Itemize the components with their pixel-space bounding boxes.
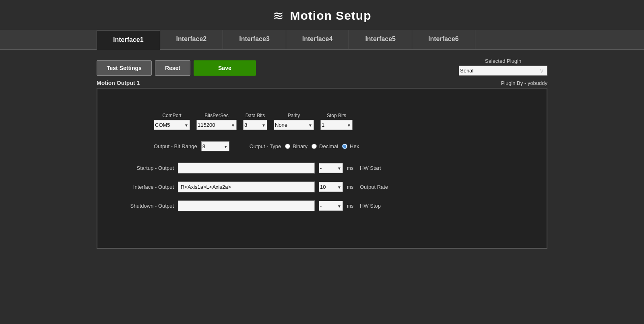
tabs-bar: Interface1 Interface2 Interface3 Interfa…: [0, 30, 644, 50]
bitspersec-label: BitsPerSec: [196, 113, 237, 118]
plugin-select[interactable]: Serial UDP TCP: [459, 66, 547, 76]
motion-icon: ≋: [273, 8, 284, 23]
section-title: Motion Output 1: [97, 80, 140, 86]
shutdown-output-row: Shutdown - Output - 0 1 5 10 50 100 ms H…: [122, 200, 522, 211]
selected-plugin-label: Selected Plugin: [459, 58, 547, 64]
comport-group: ComPort COM5 COM1 COM2 COM3 COM4 COM6: [154, 113, 190, 130]
shutdown-ms-label: ms: [347, 203, 353, 209]
panel-box: ComPort COM5 COM1 COM2 COM3 COM4 COM6 Bi…: [97, 88, 547, 249]
startup-ms-select[interactable]: - 0 1 5 10 50 100: [319, 163, 343, 173]
plugin-by: Plugin By - yobuddy: [501, 80, 547, 86]
interface-output-label: Interface - Output: [122, 184, 174, 190]
radio-decimal-label: Decimal: [319, 143, 338, 149]
stopbits-select[interactable]: 1 1.5 2: [320, 120, 353, 130]
radio-hex: Hex: [342, 143, 359, 149]
app-title: Motion Setup: [290, 9, 372, 23]
tab-interface1[interactable]: Interface1: [97, 30, 160, 50]
databits-select[interactable]: 8 5 6 7: [243, 120, 267, 130]
interface-ms-select[interactable]: - 1 5 10 20 50 100: [319, 182, 343, 192]
shutdown-output-input[interactable]: [178, 200, 315, 211]
stopbits-group: Stop Bits 1 1.5 2: [320, 113, 353, 130]
comport-select-wrapper: COM5 COM1 COM2 COM3 COM4 COM6: [154, 120, 190, 130]
radio-binary-input[interactable]: [285, 144, 290, 149]
radio-decimal: Decimal: [312, 143, 338, 149]
tab-interface5[interactable]: Interface5: [349, 30, 412, 49]
startup-output-input[interactable]: [178, 163, 315, 173]
tab-interface2[interactable]: Interface2: [160, 30, 223, 49]
plugin-select-wrapper: Serial UDP TCP: [459, 66, 547, 76]
startup-output-label: Startup - Output: [122, 165, 174, 171]
save-button[interactable]: Save: [194, 60, 256, 76]
parity-select[interactable]: None Even Odd Mark Space: [274, 120, 314, 130]
radio-hex-label: Hex: [350, 143, 359, 149]
databits-select-wrapper: 8 5 6 7: [243, 120, 267, 130]
output-type-label: Output - Type: [250, 143, 281, 149]
test-settings-button[interactable]: Test Settings: [97, 60, 152, 76]
stopbits-select-wrapper: 1 1.5 2: [320, 120, 353, 130]
bitspersec-select[interactable]: 115200 9600 19200 38400 57600: [196, 120, 237, 130]
parity-label: Parity: [274, 113, 314, 118]
radio-binary-label: Binary: [293, 143, 308, 149]
comport-select[interactable]: COM5 COM1 COM2 COM3 COM4 COM6: [154, 120, 190, 130]
tab-interface4[interactable]: Interface4: [286, 30, 349, 49]
controls-row: Test Settings Reset Save Selected Plugin…: [97, 58, 547, 76]
bitrange-row: Output - Bit Range 8 16 32 Output - Type…: [154, 141, 522, 151]
databits-group: Data Bits 8 5 6 7: [243, 113, 267, 130]
shutdown-ms-select-wrapper: - 0 1 5 10 50 100: [319, 201, 343, 211]
databits-label: Data Bits: [243, 113, 267, 118]
bitrange-select-wrapper: 8 16 32: [201, 141, 229, 151]
startup-ms-label: ms: [347, 165, 353, 171]
reset-button[interactable]: Reset: [155, 60, 190, 76]
bitspersec-group: BitsPerSec 115200 9600 19200 38400 57600: [196, 113, 237, 130]
comport-label: ComPort: [154, 113, 190, 118]
radio-decimal-input[interactable]: [312, 144, 317, 149]
startup-output-row: Startup - Output - 0 1 5 10 50 100 ms HW…: [122, 163, 522, 173]
controls-right: Selected Plugin Serial UDP TCP: [459, 58, 547, 76]
bitrange-label: Output - Bit Range: [154, 143, 197, 149]
header: ≋ Motion Setup: [0, 0, 644, 30]
startup-ms-select-wrapper: - 0 1 5 10 50 100: [319, 163, 343, 173]
radio-hex-input[interactable]: [342, 144, 347, 149]
shutdown-ms-select[interactable]: - 0 1 5 10 50 100: [319, 201, 343, 211]
interface-ms-label: ms: [347, 184, 353, 190]
bitspersec-select-wrapper: 115200 9600 19200 38400 57600: [196, 120, 237, 130]
stopbits-label: Stop Bits: [320, 113, 353, 118]
interface-annotation: Output Rate: [360, 184, 388, 190]
interface-output-input[interactable]: [178, 182, 315, 192]
tab-interface3[interactable]: Interface3: [223, 30, 286, 49]
main-content: Test Settings Reset Save Selected Plugin…: [0, 50, 644, 265]
tab-interface6[interactable]: Interface6: [412, 30, 475, 49]
shutdown-annotation: HW Stop: [360, 203, 381, 209]
bitrange-select[interactable]: 8 16 32: [201, 141, 229, 151]
startup-annotation: HW Start: [360, 165, 381, 171]
section-header: Motion Output 1 Plugin By - yobuddy: [97, 80, 547, 86]
controls-left: Test Settings Reset Save: [97, 60, 256, 76]
serial-settings-row: ComPort COM5 COM1 COM2 COM3 COM4 COM6 Bi…: [154, 113, 522, 130]
parity-group: Parity None Even Odd Mark Space: [274, 113, 314, 130]
radio-binary: Binary: [285, 143, 308, 149]
parity-select-wrapper: None Even Odd Mark Space: [274, 120, 314, 130]
interface-ms-select-wrapper: - 1 5 10 20 50 100: [319, 182, 343, 192]
shutdown-output-label: Shutdown - Output: [122, 203, 174, 209]
interface-output-row: Interface - Output - 1 5 10 20 50 100 ms…: [122, 182, 522, 192]
